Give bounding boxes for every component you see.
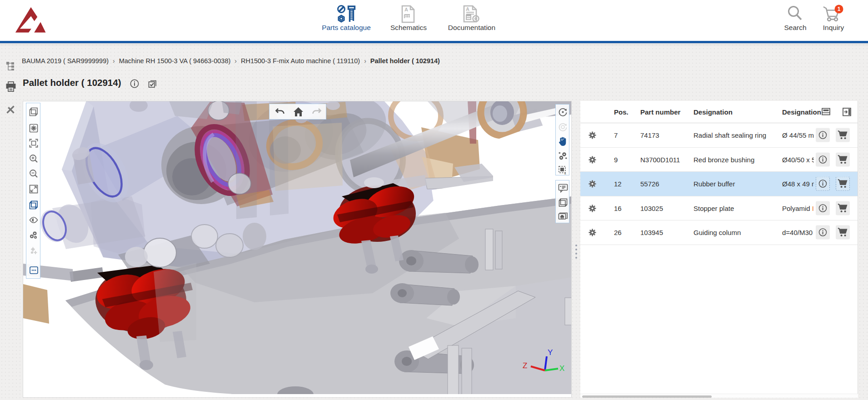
svg-text:A: A: [404, 7, 408, 12]
svg-text:k: k: [564, 172, 566, 175]
svg-text:Y: Y: [548, 348, 553, 357]
svg-text:A: A: [466, 6, 469, 12]
svg-text:X: X: [559, 364, 564, 373]
svg-text:1: 1: [838, 6, 841, 12]
svg-text:Z: Z: [523, 361, 527, 370]
